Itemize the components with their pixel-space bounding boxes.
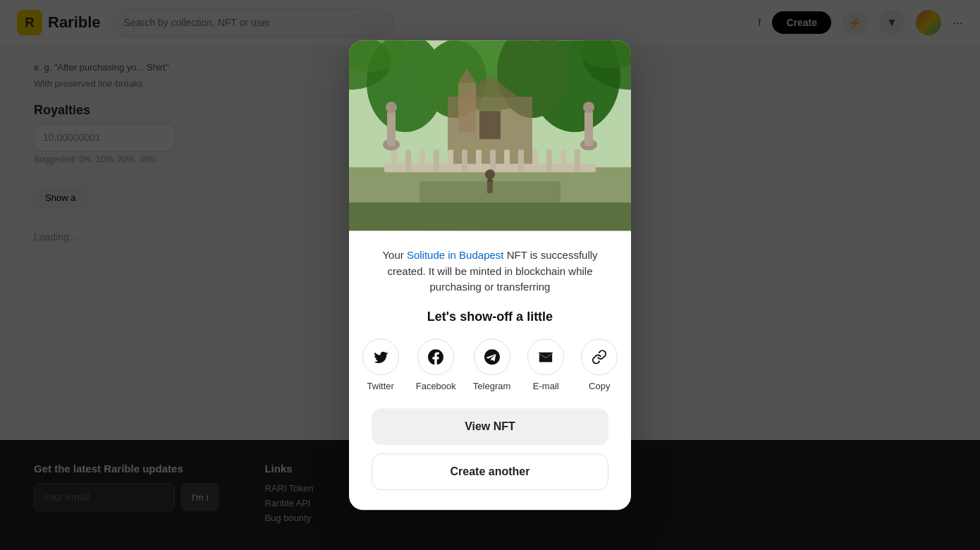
svg-rect-21 [504,149,510,172]
svg-rect-15 [419,149,425,172]
description-before: Your [382,249,406,261]
create-another-button[interactable]: Create another [372,453,608,490]
svg-rect-20 [490,149,496,172]
svg-rect-23 [532,149,538,172]
showoff-title: Let's show-off a little [372,310,608,324]
svg-rect-36 [349,202,631,231]
email-label: E-mail [533,381,559,391]
copy-link-icon [581,338,618,375]
modal-description: Your Solitude in Budapest NFT is success… [372,248,608,295]
share-facebook[interactable]: Facebook [416,338,456,391]
share-telegram[interactable]: Telegram [473,338,510,391]
email-icon [527,338,564,375]
svg-rect-14 [405,149,411,172]
svg-rect-25 [561,149,566,172]
share-email[interactable]: E-mail [527,338,564,391]
modal-body: Your Solitude in Budapest NFT is success… [349,231,631,510]
telegram-icon [474,338,510,375]
svg-rect-22 [518,149,524,172]
svg-point-33 [485,169,495,179]
nft-image [349,40,631,231]
svg-point-29 [386,102,397,113]
svg-rect-28 [387,111,396,146]
svg-rect-19 [476,149,482,172]
share-twitter[interactable]: Twitter [362,338,399,391]
svg-rect-17 [448,149,453,172]
facebook-icon [417,338,454,375]
success-modal: Your Solitude in Budapest NFT is success… [349,40,631,510]
twitter-icon [362,338,399,375]
svg-point-32 [583,102,594,113]
svg-rect-26 [575,149,580,172]
svg-rect-13 [391,149,397,172]
facebook-label: Facebook [416,381,456,391]
telegram-label: Telegram [473,381,510,391]
svg-rect-9 [458,82,476,132]
svg-rect-8 [479,111,501,139]
svg-rect-31 [584,111,593,146]
nft-name-link[interactable]: Solitude in Budapest [407,249,504,261]
view-nft-button[interactable]: View NFT [372,408,608,445]
svg-rect-24 [546,149,552,172]
svg-rect-16 [434,149,439,172]
copy-label: Copy [589,381,610,391]
twitter-label: Twitter [367,381,394,391]
svg-rect-18 [462,149,467,172]
share-copy[interactable]: Copy [581,338,618,391]
share-row: Twitter Facebook Telegram [372,338,608,391]
